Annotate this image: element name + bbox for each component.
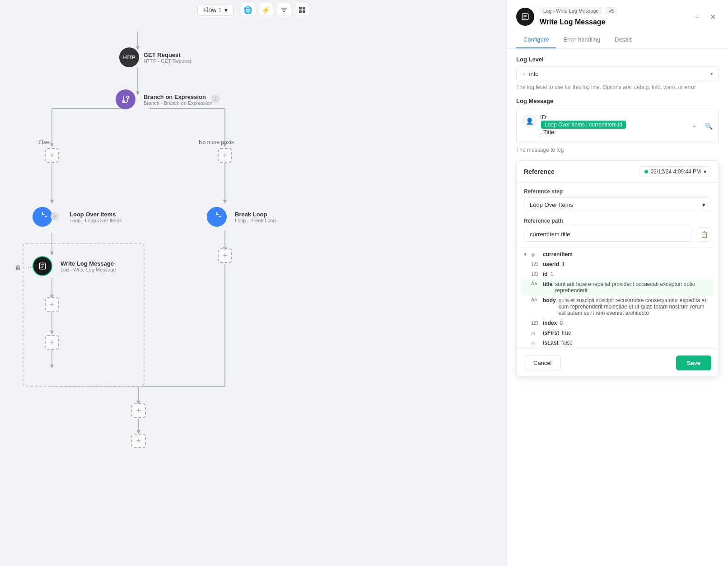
log-level-value: info [529,70,707,77]
tree-value-title: sunt aut facere repellat provident occae… [555,281,711,294]
delete-node-button[interactable]: 🗑 [13,262,23,273]
ref-step-select[interactable]: Loop Over Items ▾ [524,197,711,212]
flow-diagram: HTTP GET Request HTTP - GET Request ⋮ Br… [0,23,507,566]
break-loop-add-btn[interactable]: + [218,248,232,263]
tree-key-body: body [543,297,556,304]
reference-tree: ▾ ◎ currentItem 123 userId 1 123 id 1 [517,247,719,350]
branch-title: Branch on Expression [144,94,212,100]
loop-expand-btn[interactable]: ⋮ [51,212,59,220]
log-suffix: , Title: [540,129,556,136]
editor-add-button[interactable]: + [688,120,700,132]
tree-item-body[interactable]: Aa body quia et suscipit suscipit recusa… [524,295,711,318]
no-more-posts-label: No more posts [199,139,234,145]
else-add-button[interactable]: + [45,148,59,163]
log-avatar-icon: 👤 [522,114,537,128]
panel-header: Log - Write Log Message v5 Write Log Mes… [507,0,728,49]
bottom-add-btn-2[interactable]: + [131,434,146,448]
bottom-add-btn-1[interactable]: + [131,403,146,418]
panel-node-icon [516,8,534,26]
panel-tag: Log - Write Log Message [540,7,602,14]
top-bar: Flow 1 ▾ 🌐 ⚡ [0,0,507,20]
http-icon: HTTP [119,47,139,67]
svg-rect-5 [299,10,302,13]
get-request-subtitle: HTTP - GET Request [144,58,191,64]
tree-toggle-icon[interactable]: ▾ [524,251,530,257]
globe-icon[interactable]: 🌐 [241,3,255,17]
branch-subtitle: Branch - Branch on Expression [144,100,212,106]
log-message-section: Log Message 👤 ID: Loop Over Items | curr… [516,98,719,153]
tab-configure[interactable]: Configure [516,32,556,48]
loop-title: Loop Over Items [70,211,122,218]
tree-item-id[interactable]: 123 id 1 [524,269,711,279]
branch-node[interactable]: ⋮ Branch on Expression Branch - Branch o… [116,89,212,109]
get-request-node[interactable]: HTTP GET Request HTTP - GET Request [119,47,191,67]
log-level-hint: The log level to use for this log line. … [516,84,719,90]
tree-key-userid: userId [543,261,559,267]
flow-chevron-icon: ▾ [224,6,228,14]
tab-details[interactable]: Details [607,32,640,48]
editor-search-button[interactable]: 🔍 [702,120,715,132]
loop-over-items-node[interactable]: ⋮ Loop Over Items Loop - Loop Over Items [33,207,122,227]
break-loop-node[interactable]: Break Loop Loop - Break Loop [207,207,276,227]
svg-rect-3 [299,7,302,9]
panel-content: Log Level ≡ info ▾ The log level to use … [507,49,728,566]
branch-expand-btn[interactable]: ⋮ [211,95,219,103]
panel-more-button[interactable]: ⋯ [690,10,703,23]
tree-item-userid[interactable]: 123 userId 1 [524,259,711,269]
break-loop-title: Break Loop [235,211,276,218]
flow-title-button[interactable]: Flow 1 ▾ [197,4,233,16]
tree-key-id: id [543,271,548,277]
tree-type-123-userid: 123 [531,262,542,267]
tree-type-123-index: 123 [531,321,542,326]
log-level-label: Log Level [516,56,719,63]
sliders-icon[interactable]: ⚡ [259,3,273,17]
tree-key-islast: isLast [543,340,559,346]
filter-icon[interactable] [277,3,291,17]
tree-item-title[interactable]: Aa title sunt aut facere repellat provid… [521,279,714,295]
ref-copy-button[interactable]: 📋 [697,227,711,242]
tree-value-index: 0 [560,320,563,326]
log-level-chevron-icon: ▾ [710,71,713,77]
ref-path-label: Reference path [524,218,711,224]
ref-step-label: Reference step [524,188,711,195]
tree-item-islast[interactable]: ◎ isLast false [524,338,711,348]
tree-type-aa-title: Aa [531,281,542,286]
get-request-title: GET Request [144,51,191,58]
reference-footer: Cancel Save [517,350,719,376]
tree-value-id: 1 [551,271,554,277]
log-message-hint: The message to log [516,147,719,153]
cancel-button[interactable]: Cancel [524,356,561,370]
save-button[interactable]: Save [676,356,711,370]
grid-icon[interactable] [295,3,309,17]
log-level-section: Log Level ≡ info ▾ The log level to use … [516,56,719,90]
log-level-icon: ≡ [522,70,526,77]
tree-value-isfirst: true [562,330,571,336]
loop-subtitle: Loop - Loop Over Items [70,218,122,223]
no-more-posts-add-btn[interactable]: + [218,148,232,163]
ref-step-chevron-icon: ▾ [702,201,705,208]
log-message-content: ID: Loop Over Items | currentItem.id , T… [540,114,627,136]
tree-value-islast: false [561,340,573,346]
loop-icon [33,207,52,227]
log-chip[interactable]: Loop Over Items | currentItem.id [541,121,626,129]
panel-main-title: Write Log Message [540,18,685,26]
panel-close-button[interactable]: ✕ [706,10,719,23]
tab-error-handling[interactable]: Error handling [556,32,607,48]
ref-path-input[interactable] [524,227,693,242]
else-label: Else [38,139,49,145]
log-message-editor[interactable]: 👤 ID: Loop Over Items | currentItem.id ,… [516,108,719,144]
tree-item-isfirst[interactable]: ◎ isFirst true [524,328,711,338]
tree-type-123-id: 123 [531,272,542,277]
branch-icon [116,89,135,109]
tree-value-body: quia et suscipit suscipit recusandae con… [559,297,711,316]
toolbar-icons: 🌐 ⚡ [241,3,309,17]
tree-item-currentitem[interactable]: ▾ ◎ currentItem [524,249,711,259]
reference-panel: Reference 02/12/24 4:09:44 PM ▾ Referenc… [516,160,719,376]
tree-key-isfirst: isFirst [543,330,559,336]
tree-item-index[interactable]: 123 index 0 [524,318,711,328]
tree-value-userid: 1 [562,261,565,267]
break-loop-subtitle: Loop - Break Loop [235,218,276,223]
reference-date-picker[interactable]: 02/12/24 4:09:44 PM ▾ [639,166,711,177]
log-level-select[interactable]: ≡ info ▾ [516,66,719,81]
right-panel: Log - Write Log Message v5 Write Log Mes… [507,0,728,566]
